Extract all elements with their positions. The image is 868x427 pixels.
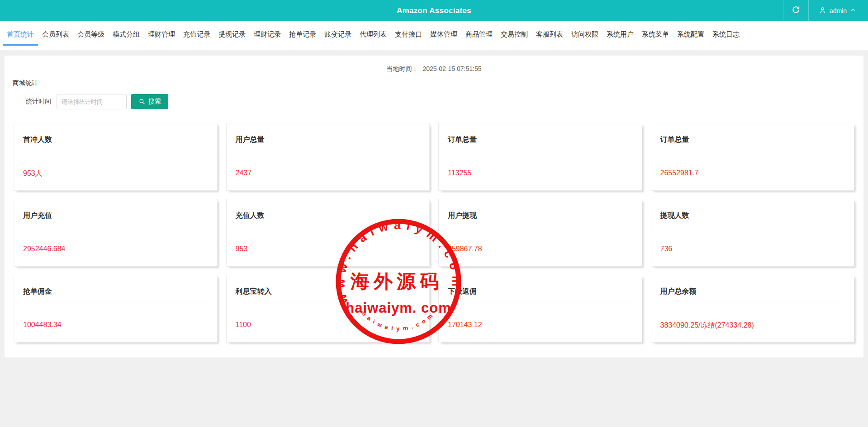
stat-card-title: 订单总量 <box>660 123 845 145</box>
stat-card-value: 2437 <box>236 169 421 177</box>
stat-card-title: 用户充值 <box>23 199 208 221</box>
nav-tab-4[interactable]: 理财管理 <box>144 25 179 46</box>
filter-label: 统计时间 <box>26 98 51 106</box>
stat-card-2: 订单总量113255 <box>438 123 642 191</box>
user-icon <box>819 6 826 15</box>
search-icon <box>138 98 146 105</box>
nav-tab-6[interactable]: 提现记录 <box>214 25 250 46</box>
stat-card-divider <box>236 152 421 152</box>
stat-card-0: 首冲人数953人 <box>14 123 218 191</box>
stat-card-value: 26552981.7 <box>660 169 845 177</box>
filter-row: 统计时间 搜索 <box>26 94 863 109</box>
stat-card-title: 利息宝转入 <box>236 275 421 296</box>
stat-card-value: 113255 <box>448 169 633 177</box>
app-header: Amazon Associates admin <box>0 0 868 21</box>
stat-card-value: 259867.78 <box>448 245 633 253</box>
stat-card-title: 抢单佣金 <box>23 275 208 296</box>
stat-card-7: 提现人数736 <box>651 199 855 267</box>
nav-tab-0[interactable]: 首页统计 <box>3 25 38 46</box>
nav-tab-20[interactable]: 系统日志 <box>708 25 744 46</box>
stat-card-divider <box>448 304 633 304</box>
stat-card-value: 736 <box>660 245 845 253</box>
stat-card-title: 首冲人数 <box>23 123 208 145</box>
nav-tab-9[interactable]: 账变记录 <box>320 25 356 46</box>
stat-card-1: 用户总量2437 <box>226 123 430 191</box>
stat-card-title: 用户总余额 <box>660 275 845 296</box>
stat-card-divider <box>448 152 633 152</box>
stat-card-divider <box>23 228 208 228</box>
stat-card-value: 3834090.25/冻结(274334.28) <box>660 321 845 330</box>
stat-card-divider <box>448 228 633 228</box>
stat-card-value: 953 <box>236 245 421 253</box>
section-title: 商城统计 <box>13 79 863 87</box>
nav-tab-10[interactable]: 代理列表 <box>356 25 391 46</box>
stat-card-11: 用户总余额3834090.25/冻结(274334.28) <box>651 275 855 343</box>
stat-card-divider <box>23 152 208 152</box>
stat-card-9: 利息宝转入1100 <box>226 275 430 343</box>
app-title: Amazon Associates <box>0 6 868 15</box>
nav-tab-1[interactable]: 会员列表 <box>38 25 73 46</box>
nav-tab-11[interactable]: 支付接口 <box>391 25 426 46</box>
stats-panel: 当地时间：2025-02-15 07:51:55 商城统计 统计时间 搜索 首冲… <box>5 56 863 357</box>
local-time-value: 2025-02-15 07:51:55 <box>423 65 482 72</box>
refresh-button[interactable] <box>783 0 808 21</box>
stat-card-value: 953人 <box>23 169 208 178</box>
nav-tab-19[interactable]: 系统配置 <box>673 25 708 46</box>
nav-tab-5[interactable]: 充值记录 <box>179 25 214 46</box>
nav-tab-17[interactable]: 系统用户 <box>602 25 638 46</box>
stat-cards-grid: 首冲人数953人用户总量2437订单总量113255订单总量26552981.7… <box>14 123 854 343</box>
nav-tab-15[interactable]: 客服列表 <box>532 25 567 46</box>
stat-card-value: 2952446.684 <box>23 245 208 253</box>
nav-tab-16[interactable]: 访问权限 <box>567 25 602 46</box>
stat-card-3: 订单总量26552981.7 <box>651 123 855 191</box>
nav-tab-8[interactable]: 抢单记录 <box>285 25 320 46</box>
user-menu[interactable]: admin <box>808 0 868 21</box>
main-nav: 首页统计会员列表会员等级模式分组理财管理充值记录提现记录理财记录抢单记录账变记录… <box>0 21 868 50</box>
stat-card-divider <box>236 304 421 304</box>
refresh-icon <box>792 5 800 16</box>
stat-card-title: 订单总量 <box>448 123 633 145</box>
username: admin <box>830 7 847 14</box>
stat-card-value: 1100 <box>236 321 421 329</box>
nav-tab-18[interactable]: 系统菜单 <box>638 25 673 46</box>
nav-tab-3[interactable]: 模式分组 <box>109 25 144 46</box>
stat-card-10: 下级返佣170143.12 <box>438 275 642 343</box>
stat-card-divider <box>23 304 208 304</box>
stat-card-divider <box>660 304 845 304</box>
stat-card-title: 提现人数 <box>660 199 845 221</box>
stat-card-6: 用户提现259867.78 <box>438 199 642 267</box>
stat-card-value: 1004483.34 <box>23 321 208 329</box>
search-button-label: 搜索 <box>148 98 161 106</box>
stat-card-5: 充值人数953 <box>226 199 430 267</box>
nav-tab-7[interactable]: 理财记录 <box>250 25 285 46</box>
stat-card-title: 用户总量 <box>236 123 421 145</box>
local-time: 当地时间：2025-02-15 07:51:55 <box>5 56 863 73</box>
stat-card-divider <box>660 152 845 152</box>
stat-card-value: 170143.12 <box>448 321 633 329</box>
stat-card-title: 下级返佣 <box>448 275 633 296</box>
stat-card-divider <box>660 228 845 228</box>
nav-tab-14[interactable]: 交易控制 <box>497 25 532 46</box>
nav-tab-12[interactable]: 媒体管理 <box>426 25 461 46</box>
nav-tab-13[interactable]: 商品管理 <box>461 25 497 46</box>
stat-card-4: 用户充值2952446.684 <box>14 199 218 267</box>
local-time-label: 当地时间： <box>387 65 418 72</box>
search-button[interactable]: 搜索 <box>131 94 168 109</box>
stat-time-input[interactable] <box>57 94 127 109</box>
stat-card-divider <box>236 228 421 228</box>
stat-card-title: 充值人数 <box>236 199 421 221</box>
nav-tab-2[interactable]: 会员等级 <box>73 25 109 46</box>
stat-card-8: 抢单佣金1004483.34 <box>14 275 218 343</box>
chevron-up-icon <box>850 7 856 14</box>
stat-card-title: 用户提现 <box>448 199 633 221</box>
